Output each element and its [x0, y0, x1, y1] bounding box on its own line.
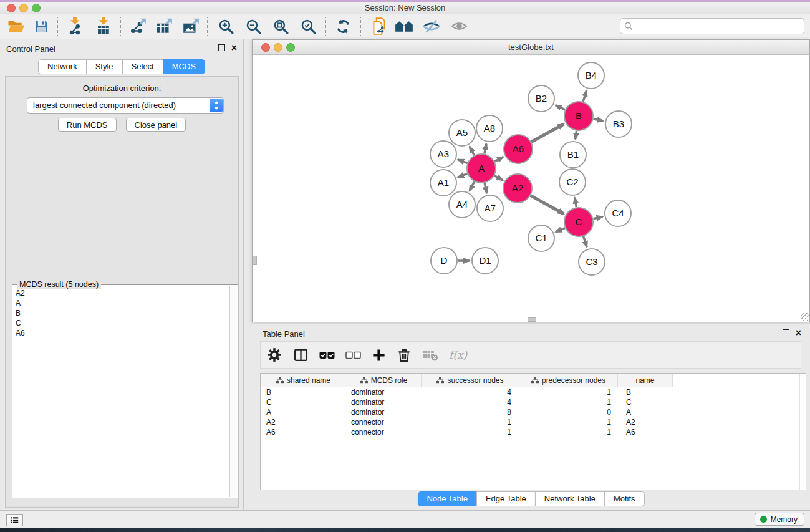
- graph-node-B3[interactable]: B3: [605, 111, 632, 137]
- select-all-button[interactable]: [319, 349, 335, 361]
- graph-edge-B-B4[interactable]: [583, 90, 587, 102]
- table-row[interactable]: A6connector11A6: [261, 427, 806, 437]
- graph-edge-A-A2[interactable]: [494, 176, 503, 180]
- table-cell[interactable]: 4: [422, 387, 518, 397]
- tab-network-table[interactable]: Network Table: [535, 491, 605, 506]
- deselect-all-button[interactable]: [345, 349, 361, 361]
- export-image-button[interactable]: [180, 16, 202, 36]
- graph-edge-A-A6[interactable]: [494, 157, 503, 162]
- close-panel-button[interactable]: Close panel: [126, 118, 186, 132]
- graph-node-A3[interactable]: A3: [430, 141, 456, 167]
- memory-button[interactable]: Memory: [755, 513, 804, 526]
- graph-edge-A2-C[interactable]: [531, 196, 564, 214]
- tab-node-table[interactable]: Node Table: [417, 491, 477, 506]
- clone-network-button[interactable]: [368, 16, 390, 36]
- close-panel-icon[interactable]: ×: [796, 329, 801, 336]
- node-table[interactable]: shared nameMCDS rolesuccessor nodesprede…: [260, 373, 806, 490]
- table-cell[interactable]: C: [261, 397, 345, 407]
- table-cell[interactable]: dominator: [345, 397, 422, 407]
- table-row[interactable]: Cdominator41C: [261, 397, 806, 407]
- graph-node-C3[interactable]: C3: [579, 249, 605, 275]
- graph-edge-A-A7[interactable]: [485, 183, 487, 193]
- graph-node-C2[interactable]: C2: [559, 169, 586, 195]
- open-session-button[interactable]: [5, 16, 27, 36]
- tab-select[interactable]: Select: [122, 59, 163, 74]
- graph-edge-B-B1[interactable]: [576, 131, 577, 140]
- table-scrollbar[interactable]: [799, 374, 806, 490]
- delete-row-button[interactable]: [397, 347, 412, 363]
- graph-edge-A-A5[interactable]: [470, 147, 475, 155]
- table-cell[interactable]: 4: [422, 397, 518, 407]
- search-input[interactable]: [635, 20, 804, 32]
- table-cell[interactable]: A2: [618, 417, 673, 427]
- resize-grip-icon[interactable]: [801, 313, 809, 321]
- float-panel-icon[interactable]: [218, 44, 225, 51]
- table-cell[interactable]: A6: [618, 427, 673, 437]
- graph-edge-C-C2[interactable]: [575, 198, 576, 208]
- canvas-scroll-notch[interactable]: [253, 256, 257, 265]
- table-cell[interactable]: A2: [261, 417, 345, 427]
- table-cell[interactable]: 1: [422, 427, 518, 437]
- save-session-button[interactable]: [30, 16, 52, 36]
- graph-edge-A-A8[interactable]: [485, 143, 486, 153]
- show-details-button[interactable]: [448, 16, 470, 36]
- graph-node-B4[interactable]: B4: [578, 62, 604, 89]
- add-row-button[interactable]: [372, 348, 386, 362]
- tab-mcds[interactable]: MCDS: [163, 59, 205, 74]
- graph-node-A5[interactable]: A5: [449, 120, 475, 146]
- refresh-button[interactable]: [332, 16, 354, 36]
- graph-edge-B-B2[interactable]: [556, 105, 566, 110]
- table-cell[interactable]: 8: [422, 407, 518, 417]
- mcds-result-item[interactable]: A6: [16, 328, 230, 338]
- table-cell[interactable]: B: [261, 387, 345, 397]
- table-cell[interactable]: A: [261, 407, 345, 417]
- graph-node-B2[interactable]: B2: [528, 85, 554, 112]
- graph-edge-A-A4[interactable]: [470, 181, 475, 191]
- table-cell[interactable]: dominator: [345, 407, 422, 417]
- import-network-button[interactable]: [64, 16, 86, 36]
- close-panel-icon[interactable]: ×: [231, 44, 237, 51]
- mcds-result-item[interactable]: B: [16, 308, 230, 318]
- column-header-shared-name[interactable]: shared name: [261, 374, 345, 387]
- graph-node-B[interactable]: B: [564, 102, 593, 130]
- graph-edge-A6-B[interactable]: [531, 124, 564, 142]
- mcds-result-scrollbar[interactable]: [229, 286, 237, 497]
- zoom-selected-button[interactable]: [297, 16, 319, 36]
- column-header-MCDS-role[interactable]: MCDS role: [345, 374, 422, 387]
- table-cell[interactable]: 0: [518, 407, 618, 417]
- graph-node-A[interactable]: A: [467, 154, 496, 183]
- graph-node-B1[interactable]: B1: [560, 142, 586, 168]
- table-cell[interactable]: B: [618, 387, 673, 397]
- show-panels-button[interactable]: [6, 514, 23, 526]
- delete-column-button[interactable]: [422, 349, 438, 362]
- table-row[interactable]: Adominator80A: [261, 407, 806, 417]
- table-cell[interactable]: A: [618, 407, 673, 417]
- table-cell[interactable]: dominator: [345, 387, 422, 397]
- graph-node-D1[interactable]: D1: [472, 248, 498, 274]
- mcds-result-item[interactable]: A2: [16, 288, 230, 298]
- graph-node-C4[interactable]: C4: [605, 200, 631, 226]
- mcds-result-item[interactable]: C: [16, 318, 230, 328]
- graph-node-D[interactable]: D: [431, 248, 457, 274]
- graph-edge-A-A1[interactable]: [458, 173, 467, 177]
- graph-node-C[interactable]: C: [564, 208, 593, 236]
- table-cell[interactable]: A6: [261, 427, 345, 437]
- column-header-predecessor-nodes[interactable]: predecessor nodes: [518, 374, 618, 387]
- column-header-successor-nodes[interactable]: successor nodes: [422, 374, 518, 387]
- float-panel-icon[interactable]: [783, 329, 789, 336]
- column-browser-button[interactable]: [293, 347, 309, 363]
- tab-network[interactable]: Network: [38, 59, 87, 74]
- table-settings-button[interactable]: [266, 347, 282, 363]
- zoom-out-button[interactable]: [242, 16, 264, 36]
- optimization-select[interactable]: largest connected component (directed): [27, 97, 224, 114]
- tab-edge-table[interactable]: Edge Table: [476, 491, 536, 506]
- table-cell[interactable]: connector: [345, 417, 422, 427]
- network-canvas[interactable]: B4B2BB3A8A5A6A3B1AA1C2A2A4A7C4CC1DD1C3: [253, 55, 809, 322]
- table-cell[interactable]: C: [618, 397, 673, 407]
- hide-details-button[interactable]: [420, 16, 443, 36]
- table-cell[interactable]: 1: [422, 417, 518, 427]
- graph-node-A6[interactable]: A6: [504, 135, 533, 163]
- table-cell[interactable]: 1: [518, 417, 618, 427]
- import-table-button[interactable]: [92, 16, 115, 36]
- network-graph[interactable]: B4B2BB3A8A5A6A3B1AA1C2A2A4A7C4CC1DD1C3: [253, 55, 808, 321]
